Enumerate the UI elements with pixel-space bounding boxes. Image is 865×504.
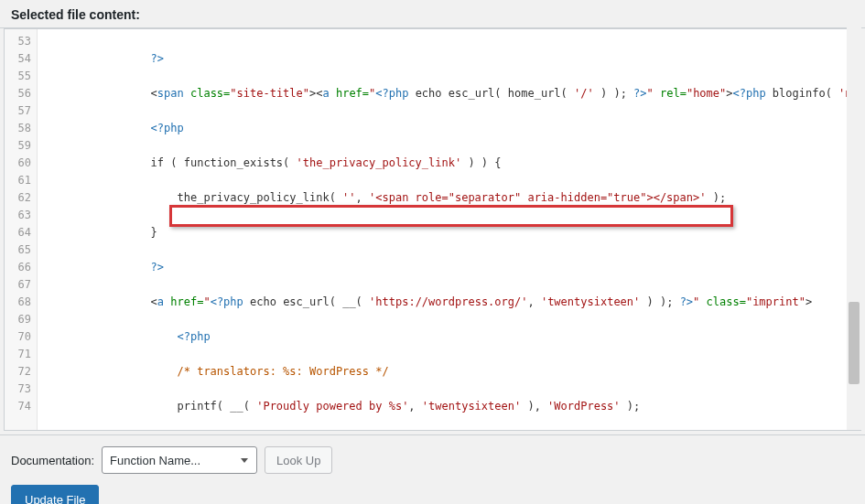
documentation-label: Documentation: [11, 454, 94, 467]
scrollbar-thumb[interactable] [849, 302, 860, 384]
line-gutter: 5354555657585960616263646566676869707172… [5, 29, 38, 430]
vertical-scrollbar[interactable] [847, 27, 861, 430]
function-name-select[interactable]: Function Name... [102, 446, 257, 474]
code-content[interactable]: ?> <span class="site-title"><a href="<?p… [38, 29, 860, 430]
editor-footer: Documentation: Function Name... Look Up [0, 434, 865, 485]
update-file-button[interactable]: Update File [11, 485, 99, 504]
panel-title: Selected file content: [0, 0, 865, 28]
lookup-button[interactable]: Look Up [265, 446, 332, 474]
code-editor[interactable]: 5354555657585960616263646566676869707172… [4, 28, 861, 431]
